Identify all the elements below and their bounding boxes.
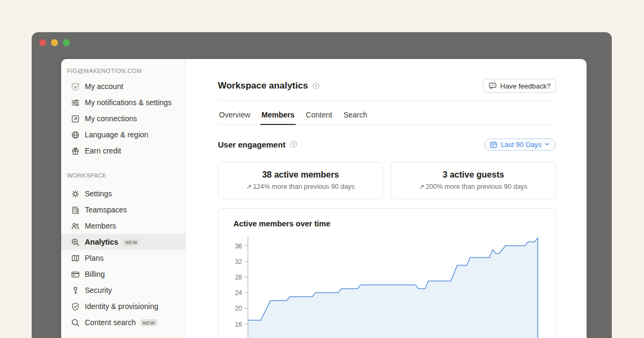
avatar-icon <box>71 82 80 91</box>
settings-sidebar: FIG@MAKENOTION.COM My account <box>61 59 186 338</box>
sidebar-item-label: Billing <box>85 269 105 280</box>
trend-up-icon: ↗ <box>419 183 425 190</box>
sidebar-item-label: Security <box>85 285 112 296</box>
page-header: Workspace analytics ? <box>218 79 556 92</box>
stat-value: 38 active members <box>218 170 383 180</box>
shield-check-icon <box>71 302 80 311</box>
members-chart-svg: 162024283236 <box>233 232 555 338</box>
feedback-button-label: Have feedback? <box>500 82 551 90</box>
globe-icon <box>71 130 80 139</box>
sidebar-item-teamspaces[interactable]: Teamspaces <box>61 202 185 218</box>
sidebar-item-label: Language & region <box>85 129 148 140</box>
chevron-down-icon <box>545 143 550 146</box>
sidebar-item-identity-provisioning[interactable]: Identity & provisioning <box>61 298 185 314</box>
active-guests-card: 3 active guests ↗200% more than previous… <box>391 162 556 199</box>
sidebar-item-label: Teamspaces <box>85 204 127 215</box>
sidebar-section-workspace: WORKSPACE <box>61 172 185 179</box>
settings-panel: FIG@MAKENOTION.COM My account <box>61 59 587 338</box>
sidebar-item-my-account[interactable]: My account <box>61 78 185 94</box>
sidebar-item-label: Earn credit <box>85 145 121 156</box>
stat-value: 3 active guests <box>391 170 555 180</box>
stat-delta-text: 200% more than previous 90 days <box>426 183 528 190</box>
people-icon <box>71 222 80 231</box>
app-window: FIG@MAKENOTION.COM My account <box>32 32 612 338</box>
analytics-main: Workspace analytics ? <box>186 59 587 338</box>
sidebar-item-my-connections[interactable]: My connections <box>61 111 185 127</box>
new-badge: NEW <box>123 239 140 246</box>
date-range-button[interactable]: Last 90 Days <box>484 138 556 151</box>
svg-text:16: 16 <box>235 321 243 328</box>
section-title: User engagement <box>218 140 286 149</box>
svg-text:24: 24 <box>235 289 243 297</box>
tab-content[interactable]: Content <box>305 107 333 125</box>
sidebar-item-label: Members <box>85 221 116 231</box>
sidebar-item-content-search[interactable]: Content search NEW <box>61 314 185 330</box>
magnifier-plus-icon <box>71 238 80 247</box>
svg-text:?: ? <box>314 84 317 89</box>
sidebar-item-language-region[interactable]: Language & region <box>61 127 185 143</box>
chart-title: Active members over time <box>233 219 555 229</box>
new-badge: NEW <box>141 319 157 326</box>
tab-search[interactable]: Search <box>342 107 368 125</box>
close-window-button[interactable] <box>39 39 46 46</box>
sidebar-item-settings[interactable]: Settings <box>61 186 185 202</box>
sidebar-item-plans[interactable]: Plans <box>61 250 185 266</box>
zoom-window-button[interactable] <box>63 39 70 46</box>
sidebar-item-members[interactable]: Members <box>61 218 185 234</box>
analytics-tabs: Overview Members Content Search <box>218 107 556 125</box>
tab-overview[interactable]: Overview <box>218 107 251 125</box>
map-icon <box>71 254 80 263</box>
magnifier-icon <box>71 318 80 327</box>
active-members-chart-card: Active members over time 162024283236 <box>218 208 556 338</box>
sidebar-item-label: Analytics <box>85 237 118 247</box>
svg-text:36: 36 <box>235 243 243 250</box>
feedback-bubble-icon <box>488 82 497 90</box>
key-icon <box>71 286 80 295</box>
arrow-box-icon <box>71 114 80 123</box>
sidebar-item-my-notifications[interactable]: My notifications & settings <box>61 94 185 111</box>
trend-up-icon: ↗ <box>246 183 252 190</box>
credit-card-icon <box>71 270 80 279</box>
sidebar-item-security[interactable]: Security <box>61 282 185 298</box>
have-feedback-button[interactable]: Have feedback? <box>483 79 556 93</box>
sliders-icon <box>71 98 80 107</box>
stat-delta-text: 124% more than previous 90 days <box>253 183 355 190</box>
minimize-window-button[interactable] <box>51 39 58 46</box>
svg-text:32: 32 <box>235 258 243 266</box>
sidebar-item-analytics[interactable]: Analytics NEW <box>61 234 185 250</box>
tab-members[interactable]: Members <box>260 107 295 125</box>
help-icon[interactable]: ? <box>312 82 320 90</box>
active-members-card: 38 active members ↗124% more than previo… <box>218 162 383 199</box>
help-icon[interactable]: ? <box>290 141 297 148</box>
sidebar-item-label: Identity & provisioning <box>85 301 158 312</box>
header-divider <box>218 100 556 101</box>
sidebar-item-label: My connections <box>85 113 137 124</box>
sidebar-item-earn-credit[interactable]: Earn credit <box>61 143 185 159</box>
sidebar-item-label: My notifications & settings <box>85 97 172 108</box>
building-icon <box>71 205 80 215</box>
svg-text:28: 28 <box>235 274 243 281</box>
sidebar-item-label: Plans <box>85 253 104 263</box>
calendar-icon <box>489 141 497 149</box>
account-email: FIG@MAKENOTION.COM <box>61 67 185 75</box>
page-title: Workspace analytics <box>218 80 308 91</box>
window-controls <box>39 39 70 46</box>
stat-cards: 38 active members ↗124% more than previo… <box>218 162 556 199</box>
gift-icon <box>71 146 80 156</box>
svg-text:20: 20 <box>235 305 243 312</box>
date-range-label: Last 90 Days <box>501 141 541 149</box>
sidebar-item-label: Settings <box>85 188 112 199</box>
sidebar-item-label: My account <box>85 81 123 92</box>
gear-icon <box>71 189 80 199</box>
svg-text:?: ? <box>292 142 295 147</box>
sidebar-item-label: Content search <box>85 317 136 328</box>
user-engagement-header: User engagement ? <box>218 137 556 151</box>
sidebar-item-billing[interactable]: Billing <box>61 266 185 282</box>
